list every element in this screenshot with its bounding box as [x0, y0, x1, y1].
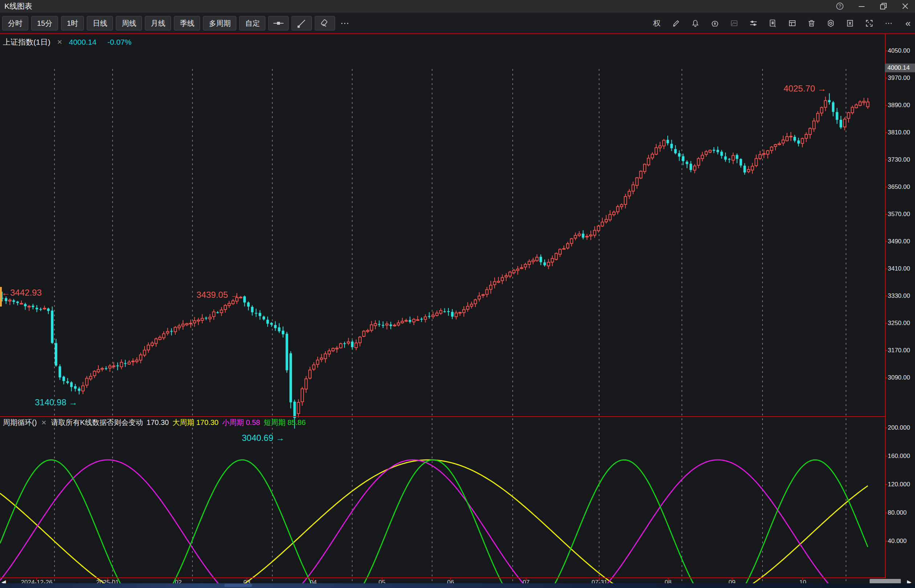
price-tick-label: 3970.00: [888, 74, 910, 82]
price-tick-mark: [885, 187, 888, 187]
period-button-季线[interactable]: 季线: [174, 16, 200, 31]
indicator-close-icon[interactable]: ✕: [40, 419, 47, 427]
clear-box-icon: [846, 19, 854, 27]
symbol-name: 上证指数(1日): [3, 37, 50, 47]
cycle-tick-mark: [885, 484, 888, 485]
svg-text:←3442.93: ←3442.93: [2, 288, 42, 297]
snapshot-image-button[interactable]: [729, 19, 739, 28]
svg-text:3040.69 →: 3040.69 →: [242, 433, 284, 443]
toolbar-right-icons: 权: [652, 16, 913, 31]
toolbar-more-button[interactable]: ⋯: [340, 16, 350, 31]
period-button-多周期[interactable]: 多周期: [203, 16, 236, 31]
gear-button[interactable]: [826, 19, 836, 28]
layout-icon: [788, 19, 797, 27]
legend-close-icon[interactable]: ✕: [56, 38, 63, 46]
minimize-icon: [858, 2, 866, 10]
toolbar: 分时15分1时日线周线月线季线多周期自定⋯ 权: [0, 12, 915, 34]
layout-panel-button[interactable]: [788, 19, 797, 28]
price-tick-mark: [885, 268, 888, 269]
panel-separator-line: [0, 416, 885, 417]
download-icon: [710, 19, 719, 27]
adjust-rights-button[interactable]: 权: [652, 19, 662, 28]
price-tick-label: 3330.00: [888, 292, 910, 300]
price-tick-label: 3810.00: [888, 129, 910, 136]
eraser-button[interactable]: [315, 16, 335, 31]
help-button[interactable]: ?: [835, 2, 844, 11]
price-tick-label: 3090.00: [888, 374, 910, 381]
price-tick-label: 3250.00: [888, 320, 910, 327]
bell-icon: [691, 19, 700, 27]
taskbar-strip: [0, 583, 915, 588]
price-tick-label: 3490.00: [888, 238, 910, 245]
series-短周期: 短周期 85.86: [264, 418, 306, 428]
alert-bell-button[interactable]: [691, 19, 700, 28]
title-bar: K线图表 ?: [0, 0, 915, 12]
period-button-月线[interactable]: 月线: [145, 16, 171, 31]
trash-button[interactable]: [807, 19, 816, 28]
close-icon: [901, 2, 909, 10]
cycle-tick-label: 160.000: [888, 452, 910, 460]
collapse-chevrons-button[interactable]: «: [904, 19, 913, 28]
svg-text:3439.05 →: 3439.05 →: [197, 290, 239, 300]
window-title: K线图表: [4, 1, 32, 11]
pencil-icon: [672, 19, 681, 27]
price-tick-label: 3890.00: [888, 102, 910, 109]
cycle-tick-label: 120.000: [888, 481, 910, 488]
indicator-series-values: 大周期 170.30小周期 0.58短周期 85.86: [173, 418, 306, 428]
indicator-doc-button[interactable]: [768, 19, 777, 28]
last-price: 4000.14: [69, 38, 97, 47]
cycle-indicator-chart[interactable]: [0, 450, 885, 588]
price-tick-mark: [885, 78, 888, 78]
cycle-tick-mark: [885, 512, 888, 513]
period-button-15分[interactable]: 15分: [31, 16, 58, 31]
restore-button[interactable]: [879, 2, 888, 11]
window-controls: ?: [835, 0, 910, 12]
taskbar-tab: [224, 584, 252, 587]
more-dots-button[interactable]: ⋯: [884, 19, 894, 28]
period-button-周线[interactable]: 周线: [116, 16, 142, 31]
draw-pencil-button[interactable]: [671, 19, 681, 28]
trash-icon: [807, 19, 816, 27]
cycle-tick-label: 200.000: [888, 424, 910, 431]
chart-area[interactable]: ←3442.933439.05 →3140.98 →3040.69 →4025.…: [0, 34, 885, 577]
period-button-1时[interactable]: 1时: [61, 16, 84, 31]
period-button-分时[interactable]: 分时: [2, 16, 28, 31]
close-button[interactable]: [900, 2, 910, 11]
eraser-icon: [320, 18, 330, 28]
price-tick-mark: [885, 132, 888, 133]
period-button-日线[interactable]: 日线: [87, 16, 113, 31]
clear-box-button[interactable]: [845, 19, 855, 28]
main-chart-legend: 上证指数(1日) ✕ 4000.14 -0.07%: [3, 37, 131, 47]
cycle-tick-label: 80.000: [888, 509, 907, 517]
price-tick-label: 3650.00: [888, 183, 910, 191]
price-tick-mark: [885, 377, 888, 378]
period-button-自定[interactable]: 自定: [239, 16, 265, 31]
indicator-note-value: 170.30: [147, 418, 169, 427]
price-tick-mark: [885, 296, 888, 296]
svg-text:3140.98 →: 3140.98 →: [35, 397, 77, 407]
price-tick-mark: [885, 214, 888, 215]
price-tick-mark: [885, 50, 888, 51]
price-tick-mark: [885, 160, 888, 160]
price-axis[interactable]: 4050.003970.003890.003810.003730.003650.…: [885, 34, 915, 577]
cycle-tick-label: 40.000: [888, 538, 907, 545]
cycle-tick-mark: [885, 456, 888, 457]
candlestick-chart[interactable]: ←3442.933439.05 →3140.98 →3040.69 →4025.…: [0, 68, 885, 450]
image-icon: [730, 19, 739, 27]
indicator-note: 请取所有K线数据否则会变动: [51, 418, 143, 428]
trend-line-button[interactable]: [292, 16, 312, 31]
price-tick-label: 4050.00: [888, 47, 910, 55]
minimize-button[interactable]: [857, 2, 867, 11]
fullscreen-button[interactable]: [865, 19, 874, 28]
indicator-name: 周期循环(): [3, 418, 37, 428]
series-大周期: 大周期 170.30: [173, 418, 219, 428]
measure-line-button[interactable]: [268, 16, 289, 31]
settings-sliders-button[interactable]: [749, 19, 758, 28]
price-tick-label: 3570.00: [888, 211, 910, 218]
cycle-tick-mark: [885, 428, 888, 428]
download-button[interactable]: [710, 19, 720, 28]
cycle-tick-mark: [885, 541, 888, 541]
gear-icon: [826, 19, 835, 27]
price-tick-label: 3170.00: [888, 347, 910, 354]
fullscreen-icon: [865, 19, 874, 27]
